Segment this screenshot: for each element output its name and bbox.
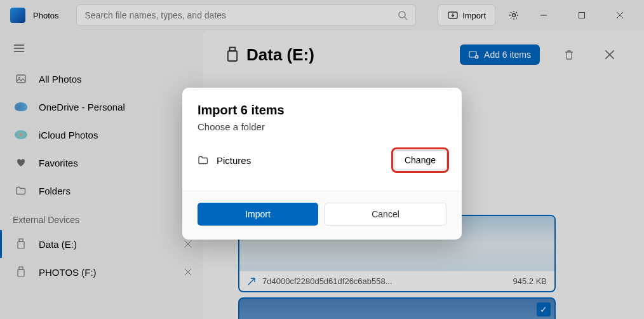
cancel-button[interactable]: Cancel [325,203,446,226]
import-confirm-button[interactable]: Import [198,203,318,226]
dialog-subtitle: Choose a folder [198,121,446,132]
folder-name: Pictures [217,155,386,166]
modal-overlay: Import 6 items Choose a folder Pictures … [0,0,644,319]
dialog-title: Import 6 items [198,103,446,118]
dialog-footer: Import Cancel [182,191,462,240]
folder-icon [198,154,209,166]
folder-row: Pictures Change [198,150,446,170]
import-dialog: Import 6 items Choose a folder Pictures … [182,88,462,240]
change-button[interactable]: Change [394,150,446,170]
